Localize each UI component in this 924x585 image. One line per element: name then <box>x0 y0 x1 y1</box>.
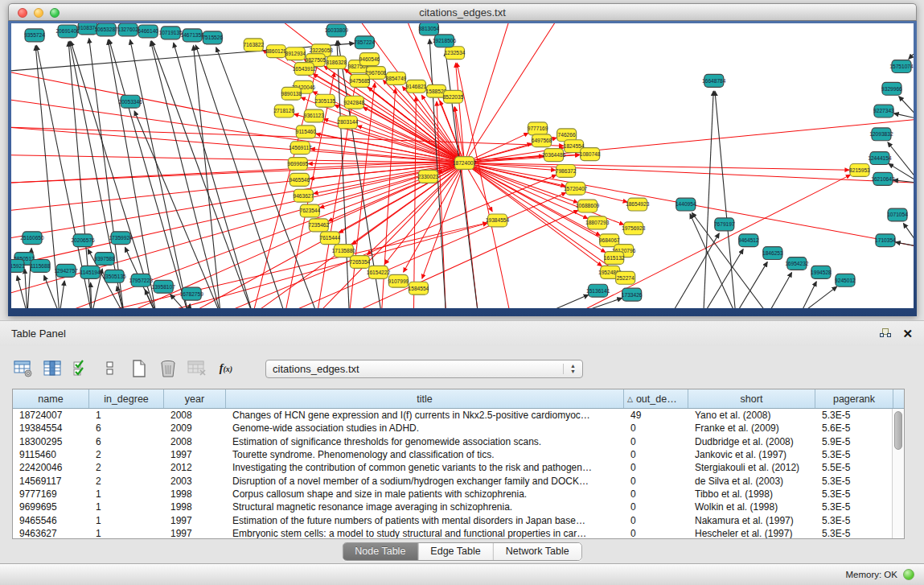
tab-edge-table[interactable]: Edge Table <box>418 543 493 560</box>
network-edge <box>736 262 767 308</box>
column-visibility-icon[interactable] <box>42 358 63 379</box>
table-cell: Investigating the contribution of common… <box>226 462 624 473</box>
minimize-window-button[interactable] <box>34 8 43 18</box>
network-edge <box>903 224 914 247</box>
network-node-label: 20364486 <box>542 152 566 158</box>
network-node-label: 13505135 <box>102 274 126 279</box>
table-mode-icon[interactable] <box>13 358 34 379</box>
window-controls <box>18 8 60 18</box>
network-edge <box>894 113 914 119</box>
table-cell: Structural magnetic resonance image aver… <box>226 501 624 513</box>
table-cell: 18724007 <box>13 410 89 421</box>
network-edge <box>188 304 190 308</box>
network-node-label: 9227343 <box>873 108 894 113</box>
table-cell: Jankovic et al. (1997) <box>688 449 815 460</box>
table-row[interactable]: 977716911998Corpus callosum shape and si… <box>13 488 892 501</box>
table-row[interactable]: 969969511998Structural magnetic resonanc… <box>13 501 892 513</box>
delete-table-icon[interactable] <box>187 358 207 379</box>
network-canvas[interactable]: 1872400771638228860128891293423226058982… <box>11 23 914 308</box>
column-header-year[interactable]: year <box>164 389 226 408</box>
select-stepper-icon: ▲▼ <box>563 364 576 374</box>
row-merge-icon[interactable] <box>100 358 121 379</box>
table-row[interactable]: 1830029562008Estimation of significance … <box>13 435 892 448</box>
create-column-icon[interactable] <box>129 358 150 379</box>
table-cell: Nakamura et al. (1997) <box>688 515 815 526</box>
network-node-label: 2305135 <box>315 98 336 104</box>
table-cell: 0 <box>624 488 688 500</box>
network-node-label: 1584554 <box>409 286 429 291</box>
delete-column-icon[interactable] <box>158 358 179 379</box>
table-source-select[interactable]: citations_edges.txt ▲▼ <box>265 360 583 378</box>
table-cell: 5.3E-5 <box>815 410 892 421</box>
network-edge <box>704 91 713 308</box>
table-row[interactable]: 946554611997Estimation of the future num… <box>13 513 892 526</box>
table-cell: 0 <box>624 436 688 447</box>
network-node-label: 1615132 <box>604 255 625 261</box>
column-header-pagerank[interactable]: pagerank <box>815 389 893 408</box>
network-node-label: 9107999 <box>388 278 409 284</box>
column-header-title[interactable]: title <box>226 389 624 408</box>
network-node-label: 9464512 <box>738 237 759 243</box>
network-node-label: 16648784 <box>702 78 726 84</box>
tab-network-table[interactable]: Network Table <box>494 543 581 560</box>
network-edge <box>575 298 622 308</box>
column-header-out_de[interactable]: △out_de… <box>624 389 688 408</box>
network-node-label: 17135880 <box>332 248 356 253</box>
function-builder-icon[interactable]: f(x) <box>216 358 236 379</box>
zoom-window-button[interactable] <box>50 8 60 18</box>
network-window-titlebar[interactable]: citations_edges.txt <box>8 3 917 21</box>
network-node-label: 2718126 <box>273 108 294 113</box>
column-header-short[interactable]: short <box>688 389 815 408</box>
network-node-label: 1115688 <box>31 263 51 269</box>
table-cell: 5.3E-5 <box>815 449 892 460</box>
network-node-label: 18724007 <box>453 160 477 166</box>
column-header-in_degree[interactable]: in_degree <box>89 389 164 408</box>
table-row[interactable]: 2242004622012Investigating the contribut… <box>13 461 892 474</box>
network-node-label: 7857224 <box>355 39 376 45</box>
network-window: citations_edges.txt 18724007716382288601… <box>8 3 917 316</box>
table-row[interactable]: 1456911722003Disruption of a novel membe… <box>13 474 892 487</box>
table-row[interactable]: 946362711997Embryonic stem cells: a mode… <box>13 527 892 538</box>
network-node-label: 16543912 <box>293 66 317 72</box>
network-node-label: 8215953 <box>849 167 870 173</box>
network-node-label: 20691406 <box>55 28 80 34</box>
table-cell: 1 <box>89 410 164 421</box>
network-node-label: 13958107 <box>151 284 175 290</box>
table-cell: 5.3E-5 <box>815 488 892 500</box>
network-node-label: 8522035 <box>443 94 464 100</box>
network-node-label: 1846253 <box>762 250 783 256</box>
table-tabs: Node Table Edge Table Network Table <box>342 542 581 561</box>
table-header-row: namein_degreeyeartitle△out_de…shortpager… <box>13 389 904 409</box>
tab-node-table[interactable]: Node Table <box>343 543 418 560</box>
table-row[interactable]: 911546021997Tourette syndrome. Phenomeno… <box>13 448 892 461</box>
table-cell: Wolkin et al. (1998) <box>688 501 815 513</box>
column-select-icon[interactable] <box>71 358 92 379</box>
table-row[interactable]: 1938455462009Genome-wide association stu… <box>13 422 892 435</box>
table-cell: Hescheler et al. (1997) <box>688 528 815 538</box>
network-node-label: 17359924 <box>109 235 133 241</box>
network-edge <box>454 107 478 308</box>
table-vertical-scrollbar[interactable] <box>892 409 904 538</box>
network-node-label: 1994528 <box>811 270 832 275</box>
memory-status-icon[interactable] <box>903 569 914 580</box>
table-cell: 9699695 <box>13 501 89 513</box>
close-panel-icon[interactable]: ✕ <box>902 328 913 339</box>
network-node-label: 9460546 <box>359 56 380 62</box>
table-cell: 2012 <box>164 462 226 473</box>
table-cell: Dudbridge et al. (2008) <box>688 436 815 447</box>
network-node-label: 9146821 <box>406 84 427 89</box>
network-canvas-frame: 1872400771638228860128891293423226058982… <box>8 21 917 316</box>
network-node-label: 1145194 <box>80 270 101 275</box>
column-header-name[interactable]: name <box>13 389 89 408</box>
float-panel-icon[interactable] <box>880 328 891 339</box>
network-node-label: 6497568 <box>532 138 552 143</box>
network-node-label: 7679197 <box>714 221 735 227</box>
network-node-label: 15720407 <box>564 186 588 192</box>
network-edge <box>92 223 487 308</box>
network-node-label: 9465546 <box>289 177 310 183</box>
scrollbar-thumb[interactable] <box>894 411 902 450</box>
table-cell: 1997 <box>164 449 226 460</box>
table-row[interactable]: 1872400712008Changes of HCN gene express… <box>13 409 892 422</box>
close-window-button[interactable] <box>18 8 27 18</box>
network-node-label: 746266 <box>558 132 576 138</box>
